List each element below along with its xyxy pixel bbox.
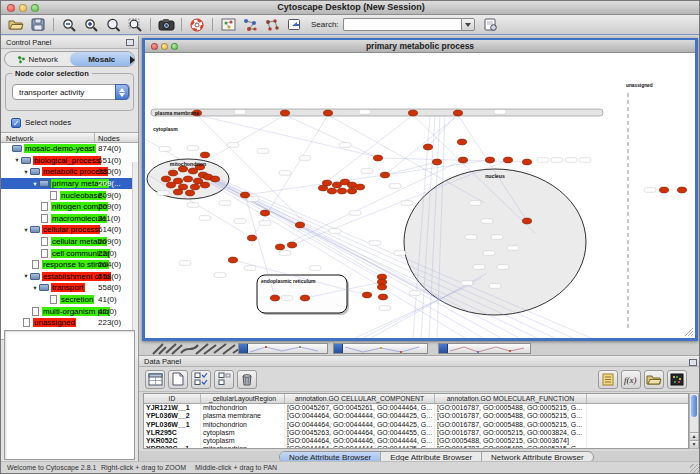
table-cell[interactable]: [GO:0045267, GO:0045261, GO:0044464, G..…: [285, 404, 435, 412]
expander-icon[interactable]: ▼: [31, 181, 39, 187]
table-scrollbar[interactable]: ▲ ▼: [689, 393, 699, 449]
select-nodes-checkbox[interactable]: ✓: [11, 118, 21, 128]
network-node[interactable]: [503, 157, 512, 163]
network-node[interactable]: [295, 222, 304, 228]
tree-row[interactable]: ▼transport558(0): [1, 282, 138, 294]
color-attribute-select[interactable]: transporter activity: [12, 84, 130, 100]
network-label[interactable]: transport: [51, 283, 85, 292]
show-table-icon[interactable]: [145, 370, 165, 389]
network-node[interactable]: [173, 189, 182, 195]
network-node[interactable]: [300, 295, 309, 301]
table-cell[interactable]: YLR295C: [144, 429, 201, 437]
network-node[interactable]: [458, 157, 467, 163]
network-node[interactable]: [457, 139, 466, 145]
birdseye-icon[interactable]: [218, 16, 238, 33]
network-node[interactable]: [287, 242, 296, 248]
tree-row[interactable]: ▼metabolic process280(0): [1, 166, 138, 178]
tree-row[interactable]: ▼biological_process651(0): [1, 155, 138, 167]
network-edge[interactable]: [145, 139, 382, 277]
select-attributes-icon[interactable]: [191, 370, 211, 389]
tree-row[interactable]: ▼establishment of lo558(0): [1, 271, 138, 283]
table-cell[interactable]: YDR039C__1: [144, 445, 201, 449]
network-node[interactable]: [270, 295, 279, 301]
more-tabs-arrow-icon[interactable]: [130, 56, 135, 64]
expander-icon[interactable]: ▼: [22, 227, 30, 233]
search-dropdown-button[interactable]: [461, 18, 475, 31]
annotation-icon[interactable]: [284, 16, 304, 33]
zoom-out-icon[interactable]: [59, 16, 79, 33]
network-node[interactable]: [337, 188, 346, 194]
table-cell[interactable]: YPL036W__1: [144, 421, 201, 429]
tree-row[interactable]: unassigned223(0): [1, 317, 138, 329]
tree-row[interactable]: response to stimul264(0): [1, 259, 138, 271]
network-node[interactable]: [183, 176, 192, 182]
table-column-header[interactable]: _cellularLayoutRegion: [201, 394, 285, 403]
network-node[interactable]: [210, 176, 219, 182]
network-node[interactable]: [377, 284, 386, 290]
zoom-selected-icon[interactable]: [103, 16, 123, 33]
matrix-view-icon[interactable]: [667, 370, 687, 389]
network-edge[interactable]: [428, 113, 458, 147]
network-node[interactable]: [161, 176, 170, 182]
network-node[interactable]: [323, 110, 332, 116]
table-cell[interactable]: [GO:0044464, GO:0044444, GO:0044425, G..…: [285, 412, 435, 420]
network-label[interactable]: secretion: [60, 295, 94, 304]
tree-row[interactable]: ▼primary metabo209(...: [1, 178, 138, 190]
search-input[interactable]: [343, 18, 461, 31]
table-cell[interactable]: YKR052C: [144, 437, 201, 445]
table-row[interactable]: YDR039C__1mitochondrion[GO:0044464, GO:0…: [144, 445, 688, 449]
network-label[interactable]: unassigned: [33, 318, 76, 327]
network-node[interactable]: [247, 235, 256, 241]
network-node[interactable]: [347, 188, 356, 194]
resize-grip[interactable]: [690, 464, 700, 474]
table-cell[interactable]: [GO:0016787, GO:0005488, GO:0005215, G..…: [435, 421, 587, 429]
help-icon[interactable]: [187, 16, 207, 33]
table-cell[interactable]: mitochondrion: [201, 404, 285, 412]
network-node[interactable]: [166, 182, 175, 188]
table-row[interactable]: YLR295Ccytoplasm[GO:0045263, GO:0044464,…: [144, 429, 688, 437]
network-node[interactable]: [260, 210, 269, 216]
minimized-window[interactable]: [238, 343, 328, 354]
scrollbar-thumb[interactable]: [691, 395, 697, 417]
minimized-window[interactable]: [438, 343, 531, 354]
network-edge[interactable]: [197, 115, 382, 158]
layout-blue-icon[interactable]: [240, 16, 260, 33]
network-node[interactable]: [677, 187, 686, 193]
tree-row[interactable]: macromolecule311(0): [1, 213, 138, 225]
network-canvas[interactable]: plasma membranecytoplasmmitochondrionnuc…: [145, 53, 695, 338]
save-session-icon[interactable]: [28, 16, 48, 33]
expander-icon[interactable]: ▼: [22, 273, 30, 279]
scroll-down-icon[interactable]: ▼: [690, 440, 698, 448]
network-node[interactable]: [280, 110, 289, 116]
table-cell[interactable]: plasma membrane: [201, 412, 285, 420]
plasma-membrane-region[interactable]: [151, 109, 603, 116]
delete-attribute-icon[interactable]: [237, 370, 257, 389]
table-cell[interactable]: mitochondrion: [201, 421, 285, 429]
attribute-list-icon[interactable]: [598, 370, 618, 389]
network-node[interactable]: [408, 110, 417, 116]
tree-row[interactable]: nitrogen compo209(0): [1, 201, 138, 213]
network-node[interactable]: [432, 159, 441, 165]
table-cell[interactable]: [GO:0016787, GO:0005488, GO:0005215, G..…: [435, 404, 587, 412]
network-label[interactable]: biological_process: [33, 156, 101, 165]
table-cell[interactable]: [GO:0005488, GO:0005215, GO:0003674]: [435, 437, 587, 445]
network-node[interactable]: [228, 257, 237, 263]
tree-row[interactable]: cell communicat22(0): [1, 247, 138, 259]
expander-icon[interactable]: ▼: [13, 157, 21, 163]
network-edge[interactable]: [285, 115, 378, 158]
table-row[interactable]: YPL036W__1mitochondrion[GO:0044464, GO:0…: [144, 421, 688, 429]
zoom-fit-icon[interactable]: [125, 16, 145, 33]
expander-icon[interactable]: ▼: [22, 169, 30, 175]
network-node[interactable]: [659, 187, 668, 193]
table-cell[interactable]: [GO:0016787, GO:0005488, GO:0005215, G..…: [435, 445, 587, 449]
network-node[interactable]: [485, 157, 494, 163]
network-graph[interactable]: plasma membranecytoplasmmitochondrionnuc…: [145, 53, 695, 338]
table-column-header[interactable]: annotation.GO CELLULAR_COMPONENT: [285, 394, 435, 403]
minimized-window[interactable]: [333, 343, 428, 354]
network-node[interactable]: [355, 184, 364, 190]
network-label[interactable]: mosaic-demo-yeast: [24, 144, 96, 153]
network-label[interactable]: cellular process: [42, 225, 100, 234]
tree-row[interactable]: nucleobase-209(0): [1, 189, 138, 201]
zoom-in-icon[interactable]: [81, 16, 101, 33]
tree-row[interactable]: ▼cellular process614(0): [1, 224, 138, 236]
